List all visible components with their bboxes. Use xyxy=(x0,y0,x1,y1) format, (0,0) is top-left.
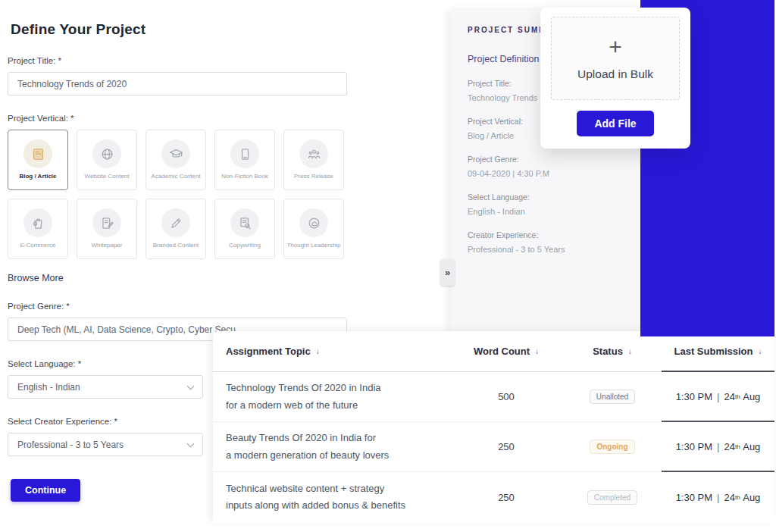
word-count-cell: 250 xyxy=(449,422,563,472)
language-select[interactable]: English - Indian xyxy=(8,375,203,399)
vertical-option-label: Branded Content xyxy=(151,243,202,249)
table-header-row: Assignment Topic ↓ Word Count ↓ Status ↓… xyxy=(213,331,774,372)
column-header-label: Assignment Topic xyxy=(226,346,311,357)
vertical-option-copywriting[interactable]: Copywriting xyxy=(214,199,275,259)
submission-day: 24 xyxy=(724,391,734,402)
vertical-option-label: Academic Content xyxy=(149,174,202,180)
sort-icon[interactable]: ↓ xyxy=(316,347,320,355)
word-count-cell: 500 xyxy=(449,372,563,422)
assignment-topic-cell: Technical website content + strategyinpu… xyxy=(213,472,449,522)
column-header-assignment-topic[interactable]: Assignment Topic ↓ xyxy=(213,331,449,372)
vertical-option-label: Whitepaper xyxy=(89,243,125,249)
shopping-bag-icon xyxy=(23,208,52,237)
book-icon xyxy=(230,139,259,168)
word-count-cell: 250 xyxy=(449,472,563,522)
vertical-option-label: Thought Leadership xyxy=(284,243,343,249)
document-pen-icon xyxy=(92,208,121,237)
vertical-option-whitepaper[interactable]: Whitepaper xyxy=(77,199,137,259)
sort-icon[interactable]: ↓ xyxy=(759,347,762,355)
day-ordinal: th xyxy=(735,393,740,400)
document-search-icon xyxy=(230,208,259,237)
date-separator: | xyxy=(717,492,719,503)
last-submission-cell: 1:30 PM|24th Aug xyxy=(662,422,774,472)
graduation-cap-icon xyxy=(161,139,190,168)
sort-icon[interactable]: ↓ xyxy=(628,347,632,355)
summary-field: Project Genre: 09-04-2020 | 4:30 P.M xyxy=(468,155,640,178)
people-icon xyxy=(299,139,328,168)
status-cell: Ongoing xyxy=(563,422,662,472)
summary-field: Select Language: English - Indian xyxy=(468,192,640,216)
table-body: Technology Trends Of 2020 in Indiafor a … xyxy=(213,372,774,522)
date-separator: | xyxy=(717,391,719,402)
submission-time: 1:30 PM xyxy=(676,391,712,402)
globe-icon xyxy=(92,139,121,168)
status-badge: Unalloted xyxy=(590,390,635,404)
summary-field-value: English - Indian xyxy=(468,207,640,216)
submission-time: 1:30 PM xyxy=(676,441,712,452)
vertical-option-label: Blog / Article xyxy=(17,174,58,180)
column-header-label: Word Count xyxy=(474,346,530,357)
idea-icon xyxy=(299,208,328,237)
column-header-label: Status xyxy=(593,346,623,357)
date-separator: | xyxy=(717,441,719,452)
table-row[interactable]: Beauty Trends Of 2020 in India fora mode… xyxy=(213,422,774,472)
collapse-panel-button[interactable]: » xyxy=(440,259,455,286)
pencil-icon xyxy=(161,208,190,237)
sort-icon[interactable]: ↓ xyxy=(535,347,539,355)
project-title-label: Project Title: * xyxy=(8,56,356,65)
upload-dropzone[interactable]: + Upload in Bulk xyxy=(551,17,680,100)
upload-in-bulk-card: + Upload in Bulk Add File xyxy=(540,8,690,149)
summary-field-label: Creator Experience: xyxy=(468,230,640,239)
vertical-option-academic-content[interactable]: Academic Content xyxy=(146,130,206,190)
plus-icon: + xyxy=(609,36,622,58)
add-file-button[interactable]: Add File xyxy=(577,111,654,136)
creator-experience-select[interactable]: Professional - 3 to 5 Years xyxy=(8,433,203,456)
creator-experience-select-value: Professional - 3 to 5 Years xyxy=(8,433,203,456)
status-cell: Unalloted xyxy=(563,372,662,422)
column-header-word-count[interactable]: Word Count ↓ xyxy=(449,331,563,372)
day-ordinal: th xyxy=(735,494,740,501)
assignment-topic-cell: Technology Trends Of 2020 in Indiafor a … xyxy=(213,372,449,422)
project-title-input[interactable]: Technology Trends of 2020 xyxy=(8,72,347,95)
vertical-option-label: Non-Fiction Book xyxy=(219,174,270,180)
browse-more-link[interactable]: Browse More xyxy=(8,273,64,283)
vertical-option-label: Website Content xyxy=(83,174,132,180)
project-vertical-label: Project Vertical: * xyxy=(8,114,356,123)
submission-day: 24 xyxy=(724,492,734,503)
submission-month: Aug xyxy=(743,441,760,452)
summary-field-value: Professional - 3 to 5 Years xyxy=(468,245,640,254)
notebook-icon xyxy=(23,139,52,168)
summary-field: Creator Experience: Professional - 3 to … xyxy=(468,230,640,254)
submission-time: 1:30 PM xyxy=(676,492,712,503)
assignment-topic-cell: Beauty Trends Of 2020 in India fora mode… xyxy=(213,422,449,472)
vertical-option-thought-leadership[interactable]: Thought Leadership xyxy=(283,199,344,259)
submission-month: Aug xyxy=(743,492,760,503)
continue-button[interactable]: Continue xyxy=(11,479,80,502)
vertical-option-label: Press Release xyxy=(292,174,336,180)
language-select-value: English - Indian xyxy=(8,375,203,399)
project-vertical-grid: Blog / Article Website Content Academic … xyxy=(8,130,356,259)
vertical-option-blog-article[interactable]: Blog / Article xyxy=(8,130,68,190)
column-header-last-submission[interactable]: Last Submission ↓ xyxy=(662,331,774,372)
submission-day: 24 xyxy=(724,441,734,452)
vertical-option-press-release[interactable]: Press Release xyxy=(283,130,344,190)
vertical-option-label: Copywriting xyxy=(227,243,263,249)
double-chevron-right-icon: » xyxy=(445,267,450,278)
assignments-table: Assignment Topic ↓ Word Count ↓ Status ↓… xyxy=(213,331,774,523)
vertical-option-non-fiction-book[interactable]: Non-Fiction Book xyxy=(214,130,275,190)
upload-dropzone-label: Upload in Bulk xyxy=(577,67,653,81)
vertical-option-website-content[interactable]: Website Content xyxy=(77,130,137,190)
vertical-option-e-commerce[interactable]: E-Commerce xyxy=(8,199,68,259)
project-genre-label: Project Genre: * xyxy=(8,302,356,311)
summary-field-value: 09-04-2020 | 4:30 P.M xyxy=(468,169,640,178)
column-header-status[interactable]: Status ↓ xyxy=(563,331,662,372)
status-cell: Completed xyxy=(563,472,662,522)
last-submission-cell: 1:30 PM|24th Aug xyxy=(662,372,774,422)
vertical-option-branded-content[interactable]: Branded Content xyxy=(146,199,206,259)
status-badge: Completed xyxy=(587,490,637,505)
last-submission-cell: 1:30 PM|24th Aug xyxy=(662,472,774,522)
table-row[interactable]: Technology Trends Of 2020 in Indiafor a … xyxy=(213,372,774,422)
table-row[interactable]: Technical website content + strategyinpu… xyxy=(213,472,774,522)
status-badge: Ongoing xyxy=(590,440,634,454)
submission-month: Aug xyxy=(743,391,760,402)
